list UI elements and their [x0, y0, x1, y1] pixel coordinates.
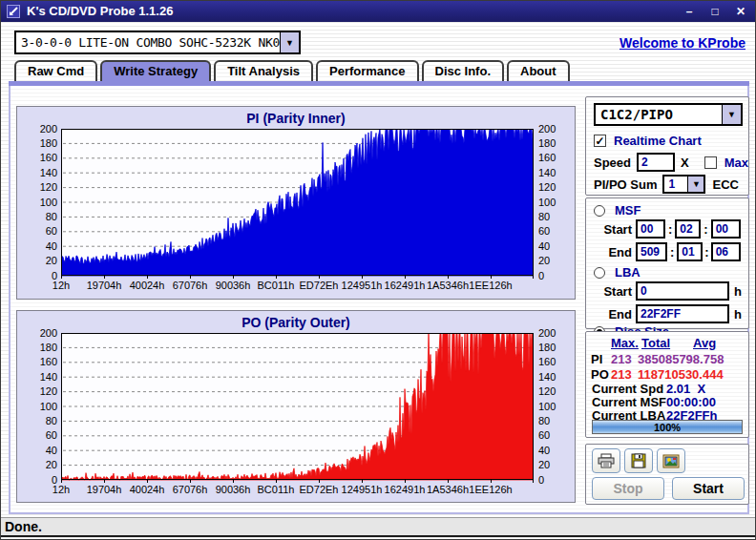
msf-start-min[interactable]: 00 — [636, 219, 665, 239]
y-tick-label: 160 — [19, 356, 57, 368]
y-tick-label: 0 — [538, 270, 575, 282]
snapshot-icon — [662, 454, 680, 468]
y-tick-label: 80 — [538, 211, 575, 223]
y-tick-label: 160 — [19, 152, 57, 164]
y-tick-label: 180 — [538, 137, 575, 150]
chevron-down-icon[interactable]: ▼ — [722, 105, 741, 124]
y-tick-label: 180 — [19, 137, 57, 150]
y-tick-label: 100 — [538, 197, 575, 209]
y-tick-label: 60 — [19, 225, 57, 238]
tab-performance[interactable]: Performance — [316, 60, 418, 81]
stats-group: Max. Total Avg PI 213 385085798.758 PO 2… — [585, 331, 749, 438]
po-chart-panel: PO (Parity Outer) 2002001801801601601401… — [16, 310, 576, 503]
colon: : — [704, 245, 708, 260]
x-tick-label: 67076h — [173, 484, 208, 495]
realtime-chart-checkbox[interactable]: ✓ — [594, 135, 606, 147]
y-tick-label: 120 — [19, 385, 57, 398]
y-tick-label: 100 — [538, 401, 575, 413]
y-tick-label: 40 — [19, 445, 57, 457]
print-icon — [598, 453, 615, 468]
y-tick-label: 60 — [19, 429, 57, 442]
welcome-link[interactable]: Welcome to KProbe — [620, 35, 746, 51]
tab-raw-cmd[interactable]: Raw Cmd — [14, 60, 97, 81]
progress-bar: 100% — [592, 420, 743, 434]
y-tick-label: 140 — [538, 371, 575, 384]
pi-chart-panel: PI (Parity Inner) 2002001801801601601401… — [16, 106, 576, 300]
speed-input[interactable]: 2 — [637, 153, 675, 172]
lba-end-input[interactable]: 22F2FF — [636, 304, 729, 323]
x-tick-label: 162491h — [385, 280, 426, 291]
mode-select[interactable]: C1C2/PIPO ▼ — [594, 103, 743, 126]
msf-label: MSF — [615, 203, 640, 218]
x-tick-label: 1EE126h — [469, 484, 512, 495]
snapshot-button[interactable] — [657, 448, 685, 473]
app-icon — [7, 5, 20, 18]
lba-start-unit: h — [734, 284, 742, 299]
msf-start-frame[interactable]: 00 — [711, 219, 741, 239]
pipo-sum-value: 1 — [664, 177, 687, 192]
max-speed-checkbox[interactable] — [704, 156, 717, 169]
y-tick-label: 80 — [19, 415, 57, 427]
y-tick-label: 40 — [538, 240, 575, 253]
pi-total-avg: 385085798.758 — [638, 352, 724, 366]
y-tick-label: 180 — [538, 342, 575, 354]
po-total-avg: 118710530.444 — [638, 367, 724, 382]
colon: : — [668, 222, 672, 237]
progress-label: 100% — [654, 422, 681, 433]
current-stat-row: Current Spd2.01 X — [586, 382, 748, 395]
msf-end-sec[interactable]: 01 — [677, 242, 703, 261]
lba-end-unit: h — [734, 307, 742, 322]
y-tick-label: 0 — [538, 474, 575, 487]
msf-start-sec[interactable]: 02 — [675, 219, 701, 239]
po-row-label: PO — [591, 367, 609, 382]
tab-disc-info[interactable]: Disc Info. — [422, 60, 505, 81]
msf-radio[interactable] — [594, 205, 605, 217]
y-tick-label: 160 — [538, 152, 575, 164]
msf-end-min[interactable]: 509 — [636, 242, 667, 261]
save-button[interactable] — [624, 448, 653, 473]
tab-write-strategy[interactable]: Write Strategy — [100, 60, 211, 81]
stats-header-avg: Avg — [693, 336, 716, 350]
y-tick-label: 120 — [538, 385, 575, 398]
msf-end-label: End — [590, 245, 632, 260]
y-tick-label: 200 — [538, 327, 575, 340]
close-button[interactable]: ✕ — [734, 5, 747, 18]
start-button[interactable]: Start — [672, 477, 745, 500]
y-tick-label: 20 — [19, 255, 57, 267]
y-tick-label: 200 — [19, 327, 57, 340]
speed-label: Speed — [594, 156, 631, 170]
y-tick-label: 40 — [538, 445, 575, 457]
x-tick-label: ED72Eh — [300, 484, 339, 495]
x-tick-label: 124951h — [342, 280, 383, 291]
stop-button[interactable]: Stop — [592, 477, 664, 500]
drive-select[interactable]: 3-0-0-0 LITE-ON COMBO SOHC-5232K NK07 ▼ — [14, 31, 301, 54]
pi-chart-title: PI (Parity Inner) — [17, 111, 575, 126]
current-stat-value: 2.01 X — [666, 382, 705, 396]
maximize-button[interactable]: □ — [708, 5, 722, 18]
tab-about[interactable]: About — [507, 60, 570, 81]
msf-end-frame[interactable]: 06 — [711, 242, 741, 261]
x-axis-labels: 12h19704h40024h67076h90036hBC011hED72Eh1… — [61, 484, 534, 498]
chart-plot-area — [61, 129, 534, 280]
lba-start-input[interactable]: 0 — [636, 281, 729, 301]
x-tick-label: 67076h — [173, 280, 208, 291]
pipo-sum-select[interactable]: 1 ▼ — [662, 175, 705, 194]
realtime-chart-label: Realtime Chart — [614, 134, 702, 148]
stats-header-max: Max. — [611, 336, 639, 350]
y-tick-label: 40 — [19, 240, 57, 253]
lba-radio[interactable] — [594, 267, 605, 279]
minimize-button[interactable]: – — [682, 5, 696, 18]
current-stat-value: 00:00:00 — [666, 395, 716, 409]
lba-label: LBA — [615, 265, 640, 280]
tab-tilt-analysis[interactable]: Tilt Analysis — [214, 60, 313, 81]
speed-unit: X — [681, 156, 689, 170]
chevron-down-icon[interactable]: ▼ — [280, 32, 299, 52]
x-tick-label: BC011h — [258, 280, 295, 291]
print-button[interactable] — [592, 448, 620, 473]
x-tick-label: BC011h — [258, 484, 295, 495]
lba-start-label: Start — [590, 284, 632, 299]
y-tick-label: 60 — [538, 429, 575, 442]
chevron-down-icon[interactable]: ▼ — [687, 177, 704, 192]
window-title: K's CD/DVD Probe 1.1.26 — [27, 1, 173, 22]
range-group: MSF Start 00 : 02 : 00 End 509 : 01 : 06… — [585, 197, 749, 329]
